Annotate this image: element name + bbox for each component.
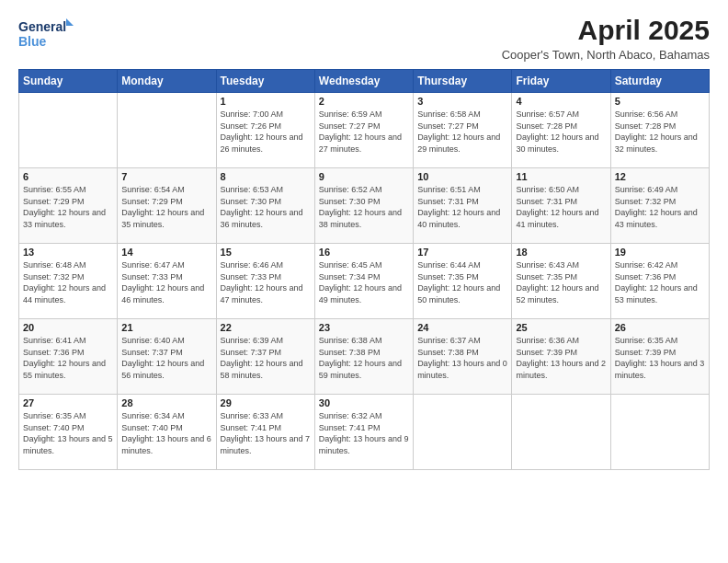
day-info: Sunrise: 6:41 AM Sunset: 7:36 PM Dayligh… — [23, 335, 113, 381]
day-info: Sunrise: 6:51 AM Sunset: 7:31 PM Dayligh… — [417, 184, 507, 230]
calendar-cell: 25Sunrise: 6:36 AM Sunset: 7:39 PM Dayli… — [512, 319, 610, 395]
day-info: Sunrise: 6:43 AM Sunset: 7:35 PM Dayligh… — [516, 259, 606, 305]
day-info: Sunrise: 6:42 AM Sunset: 7:36 PM Dayligh… — [615, 259, 705, 305]
calendar-cell — [19, 93, 118, 168]
day-info: Sunrise: 6:50 AM Sunset: 7:31 PM Dayligh… — [516, 184, 606, 230]
logo-svg: General Blue — [18, 15, 74, 52]
day-info: Sunrise: 6:39 AM Sunset: 7:37 PM Dayligh… — [221, 335, 311, 381]
day-number: 30 — [319, 397, 409, 408]
calendar-week-2: 6Sunrise: 6:55 AM Sunset: 7:29 PM Daylig… — [19, 168, 710, 244]
day-number: 8 — [221, 171, 311, 182]
calendar-cell: 26Sunrise: 6:35 AM Sunset: 7:39 PM Dayli… — [610, 319, 709, 395]
calendar-cell: 11Sunrise: 6:50 AM Sunset: 7:31 PM Dayli… — [512, 168, 610, 244]
calendar-cell: 24Sunrise: 6:37 AM Sunset: 7:38 PM Dayli… — [414, 319, 512, 395]
col-saturday: Saturday — [610, 70, 709, 93]
day-number: 19 — [615, 247, 705, 258]
day-info: Sunrise: 6:32 AM Sunset: 7:41 PM Dayligh… — [319, 410, 409, 456]
calendar-cell: 30Sunrise: 6:32 AM Sunset: 7:41 PM Dayli… — [314, 395, 413, 470]
day-info: Sunrise: 6:54 AM Sunset: 7:29 PM Dayligh… — [121, 184, 211, 230]
day-number: 10 — [417, 171, 507, 182]
calendar-table: Sunday Monday Tuesday Wednesday Thursday… — [18, 69, 710, 470]
calendar-cell: 18Sunrise: 6:43 AM Sunset: 7:35 PM Dayli… — [512, 244, 610, 319]
day-number: 7 — [121, 171, 211, 182]
col-sunday: Sunday — [19, 70, 118, 93]
location-subtitle: Cooper's Town, North Abaco, Bahamas — [502, 48, 710, 62]
calendar-cell: 19Sunrise: 6:42 AM Sunset: 7:36 PM Dayli… — [610, 244, 709, 319]
day-number: 23 — [319, 322, 409, 333]
calendar-week-5: 27Sunrise: 6:35 AM Sunset: 7:40 PM Dayli… — [19, 395, 710, 470]
col-monday: Monday — [118, 70, 216, 93]
day-info: Sunrise: 6:58 AM Sunset: 7:27 PM Dayligh… — [417, 109, 507, 155]
day-number: 21 — [121, 322, 211, 333]
day-number: 4 — [516, 96, 606, 107]
day-info: Sunrise: 6:57 AM Sunset: 7:28 PM Dayligh… — [516, 109, 606, 155]
calendar-cell — [118, 93, 216, 168]
calendar-cell: 10Sunrise: 6:51 AM Sunset: 7:31 PM Dayli… — [414, 168, 512, 244]
calendar-week-4: 20Sunrise: 6:41 AM Sunset: 7:36 PM Dayli… — [19, 319, 710, 395]
day-number: 6 — [23, 171, 113, 182]
logo: General Blue — [18, 15, 74, 52]
month-title: April 2025 — [502, 15, 710, 46]
day-info: Sunrise: 6:52 AM Sunset: 7:30 PM Dayligh… — [319, 184, 409, 230]
calendar-week-3: 13Sunrise: 6:48 AM Sunset: 7:32 PM Dayli… — [19, 244, 710, 319]
calendar-cell: 1Sunrise: 7:00 AM Sunset: 7:26 PM Daylig… — [216, 93, 314, 168]
calendar-cell: 3Sunrise: 6:58 AM Sunset: 7:27 PM Daylig… — [414, 93, 512, 168]
day-number: 3 — [417, 96, 507, 107]
svg-marker-2 — [66, 18, 74, 26]
col-friday: Friday — [512, 70, 610, 93]
day-info: Sunrise: 6:40 AM Sunset: 7:37 PM Dayligh… — [121, 335, 211, 381]
day-info: Sunrise: 6:59 AM Sunset: 7:27 PM Dayligh… — [319, 109, 409, 155]
calendar-cell: 27Sunrise: 6:35 AM Sunset: 7:40 PM Dayli… — [19, 395, 118, 470]
calendar-cell: 9Sunrise: 6:52 AM Sunset: 7:30 PM Daylig… — [314, 168, 413, 244]
calendar-body: 1Sunrise: 7:00 AM Sunset: 7:26 PM Daylig… — [19, 93, 710, 470]
day-info: Sunrise: 6:47 AM Sunset: 7:33 PM Dayligh… — [121, 259, 211, 305]
calendar-cell: 20Sunrise: 6:41 AM Sunset: 7:36 PM Dayli… — [19, 319, 118, 395]
day-number: 29 — [221, 397, 311, 408]
calendar-cell: 22Sunrise: 6:39 AM Sunset: 7:37 PM Dayli… — [216, 319, 314, 395]
day-info: Sunrise: 6:37 AM Sunset: 7:38 PM Dayligh… — [417, 335, 507, 381]
day-info: Sunrise: 6:44 AM Sunset: 7:35 PM Dayligh… — [417, 259, 507, 305]
calendar-cell: 8Sunrise: 6:53 AM Sunset: 7:30 PM Daylig… — [216, 168, 314, 244]
day-number: 17 — [417, 247, 507, 258]
day-number: 13 — [23, 247, 113, 258]
day-number: 20 — [23, 322, 113, 333]
day-info: Sunrise: 6:45 AM Sunset: 7:34 PM Dayligh… — [319, 259, 409, 305]
day-info: Sunrise: 6:53 AM Sunset: 7:30 PM Dayligh… — [221, 184, 311, 230]
calendar-cell — [512, 395, 610, 470]
col-tuesday: Tuesday — [216, 70, 314, 93]
day-number: 14 — [121, 247, 211, 258]
day-number: 22 — [221, 322, 311, 333]
day-number: 9 — [319, 171, 409, 182]
day-info: Sunrise: 6:55 AM Sunset: 7:29 PM Dayligh… — [23, 184, 113, 230]
day-info: Sunrise: 6:35 AM Sunset: 7:40 PM Dayligh… — [23, 410, 113, 456]
col-wednesday: Wednesday — [314, 70, 413, 93]
col-thursday: Thursday — [414, 70, 512, 93]
day-info: Sunrise: 7:00 AM Sunset: 7:26 PM Dayligh… — [221, 109, 311, 155]
page-header: General Blue April 2025 Cooper's Town, N… — [18, 15, 710, 62]
calendar-cell: 7Sunrise: 6:54 AM Sunset: 7:29 PM Daylig… — [118, 168, 216, 244]
day-number: 12 — [615, 171, 705, 182]
calendar-cell: 28Sunrise: 6:34 AM Sunset: 7:40 PM Dayli… — [118, 395, 216, 470]
day-info: Sunrise: 6:49 AM Sunset: 7:32 PM Dayligh… — [615, 184, 705, 230]
calendar-cell: 21Sunrise: 6:40 AM Sunset: 7:37 PM Dayli… — [118, 319, 216, 395]
calendar-cell: 13Sunrise: 6:48 AM Sunset: 7:32 PM Dayli… — [19, 244, 118, 319]
calendar-cell: 17Sunrise: 6:44 AM Sunset: 7:35 PM Dayli… — [414, 244, 512, 319]
calendar-cell: 12Sunrise: 6:49 AM Sunset: 7:32 PM Dayli… — [610, 168, 709, 244]
day-info: Sunrise: 6:56 AM Sunset: 7:28 PM Dayligh… — [615, 109, 705, 155]
day-number: 11 — [516, 171, 606, 182]
calendar-cell: 4Sunrise: 6:57 AM Sunset: 7:28 PM Daylig… — [512, 93, 610, 168]
day-number: 28 — [121, 397, 211, 408]
day-info: Sunrise: 6:35 AM Sunset: 7:39 PM Dayligh… — [615, 335, 705, 381]
day-number: 18 — [516, 247, 606, 258]
calendar-cell: 5Sunrise: 6:56 AM Sunset: 7:28 PM Daylig… — [610, 93, 709, 168]
day-number: 24 — [417, 322, 507, 333]
day-info: Sunrise: 6:48 AM Sunset: 7:32 PM Dayligh… — [23, 259, 113, 305]
calendar-cell — [414, 395, 512, 470]
day-info: Sunrise: 6:34 AM Sunset: 7:40 PM Dayligh… — [121, 410, 211, 456]
calendar-week-1: 1Sunrise: 7:00 AM Sunset: 7:26 PM Daylig… — [19, 93, 710, 168]
day-info: Sunrise: 6:36 AM Sunset: 7:39 PM Dayligh… — [516, 335, 606, 381]
day-number: 1 — [221, 96, 311, 107]
title-block: April 2025 Cooper's Town, North Abaco, B… — [502, 15, 710, 62]
calendar-cell: 23Sunrise: 6:38 AM Sunset: 7:38 PM Dayli… — [314, 319, 413, 395]
day-number: 26 — [615, 322, 705, 333]
